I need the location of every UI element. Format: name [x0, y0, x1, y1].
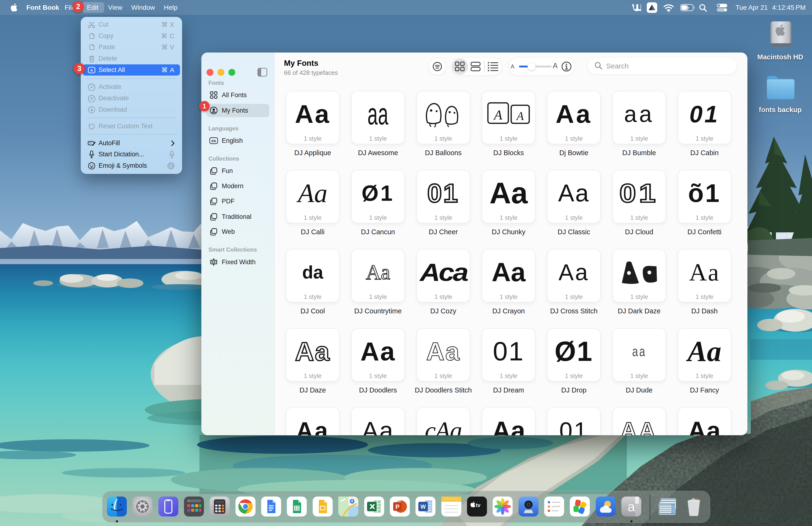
svg-text:W: W [420, 503, 426, 510]
svg-text:P: P [395, 503, 400, 510]
svg-text:A: A [90, 68, 93, 72]
svg-text:tv: tv [476, 502, 481, 508]
svg-text:A: A [493, 107, 503, 123]
svg-text:A: A [516, 109, 524, 123]
svg-text:EN: EN [212, 139, 216, 143]
svg-text:a: a [627, 499, 635, 514]
